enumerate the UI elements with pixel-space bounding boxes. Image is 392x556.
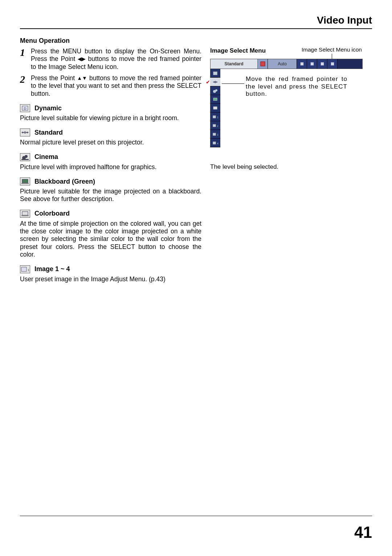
mode-title: Colorboard bbox=[34, 210, 70, 217]
left-right-arrows-icon: ◀▶ bbox=[78, 56, 86, 62]
step-1: 1 Press the MENU button to display the O… bbox=[20, 48, 201, 71]
mode-desc: Picture level suitable for viewing pictu… bbox=[20, 114, 201, 122]
svg-rect-16 bbox=[213, 71, 217, 75]
step-2-text-a: Press the Point bbox=[31, 74, 77, 82]
palette-image3: 3 bbox=[210, 130, 220, 139]
palette-colorboard bbox=[210, 104, 220, 113]
image-preset-icon: 1 bbox=[20, 265, 30, 273]
svg-text:1: 1 bbox=[217, 116, 218, 119]
mode-standard: Standard Normal picture level preset on … bbox=[20, 128, 201, 146]
svg-text:1: 1 bbox=[28, 268, 29, 272]
mode-title: Cinema bbox=[34, 153, 58, 161]
svg-rect-22 bbox=[213, 107, 217, 109]
palette-dynamic bbox=[210, 69, 220, 78]
svg-rect-13 bbox=[21, 267, 26, 271]
svg-point-7 bbox=[25, 155, 28, 158]
svg-text:4: 4 bbox=[217, 142, 218, 145]
svg-rect-11 bbox=[22, 212, 28, 215]
svg-point-20 bbox=[215, 89, 217, 91]
palette-cinema bbox=[210, 86, 220, 95]
svg-rect-9 bbox=[22, 179, 28, 183]
check-icon: ✔ bbox=[206, 79, 210, 85]
left-column: Menu Operation 1 Press the MENU button t… bbox=[20, 36, 201, 283]
svg-rect-23 bbox=[213, 115, 216, 118]
dynamic-icon: D bbox=[20, 104, 30, 112]
mode-dynamic: D Dynamic Picture level suitable for vie… bbox=[20, 104, 201, 122]
mode-colorboard: Colorboard At the time of simple project… bbox=[20, 210, 201, 259]
svg-text:D: D bbox=[24, 107, 26, 110]
menu-auto-label: Auto bbox=[268, 59, 297, 69]
svg-text:3: 3 bbox=[217, 134, 218, 136]
mode-title: Blackboard (Green) bbox=[34, 178, 95, 185]
blackboard-icon bbox=[20, 177, 30, 185]
palette-image1: 1 bbox=[210, 113, 220, 121]
menu-operation-heading: Menu Operation bbox=[20, 37, 201, 45]
step-number: 2 bbox=[20, 74, 31, 98]
colorboard-icon bbox=[20, 210, 30, 218]
mode-desc: User preset image in the Image Adjust Me… bbox=[20, 275, 201, 283]
svg-rect-10 bbox=[21, 183, 29, 184]
svg-rect-21 bbox=[213, 98, 217, 101]
palette-standard-selected: ✔ bbox=[210, 78, 220, 86]
up-down-arrows-icon: ▲▼ bbox=[77, 75, 87, 81]
mode-desc: At the time of simple projection on the … bbox=[20, 220, 201, 259]
mode-image14: 1 Image 1 ~ 4 User preset image in the I… bbox=[20, 265, 201, 283]
mode-title: Image 1 ~ 4 bbox=[34, 265, 70, 273]
mode-desc: Picture level with improved halftone for… bbox=[20, 163, 201, 171]
mode-title: Standard bbox=[34, 129, 63, 136]
palette-blackboard bbox=[210, 95, 220, 104]
level-caption: The level being selected. bbox=[210, 163, 370, 171]
step-2: 2 Press the Point ▲▼ buttons to move the… bbox=[20, 74, 201, 98]
icon-callout-label: Image Select Menu icon bbox=[302, 46, 362, 53]
svg-marker-5 bbox=[27, 131, 29, 134]
right-column: Image Select Menu icon Image Select Menu… bbox=[210, 36, 370, 283]
callout-line bbox=[222, 83, 244, 84]
mode-desc: Normal picture level preset on this proj… bbox=[20, 139, 201, 146]
mode-desc: Picture level suitable for the image pro… bbox=[20, 188, 201, 203]
mode-title: Dynamic bbox=[34, 105, 62, 112]
menu-icon bbox=[307, 59, 317, 69]
menu-current-name: Standard bbox=[211, 59, 258, 69]
step-text: Press the MENU button to display the On-… bbox=[31, 48, 201, 71]
step-text: Press the Point ▲▼ buttons to move the r… bbox=[31, 74, 201, 98]
standard-icon bbox=[20, 128, 30, 136]
svg-text:2: 2 bbox=[217, 125, 218, 127]
callout-text: Move the red framed pointer to the level… bbox=[246, 75, 347, 98]
footer-rule bbox=[20, 516, 372, 516]
menu-bar: Standard Auto bbox=[210, 59, 363, 69]
mode-palette: ✔ 1 2 3 4 bbox=[210, 69, 220, 147]
onscreen-menu-diagram: Standard Auto ✔ bbox=[210, 59, 363, 69]
menu-icon bbox=[297, 59, 307, 69]
step-number: 1 bbox=[20, 48, 31, 71]
section-title: Video Input bbox=[20, 15, 372, 29]
menu-icon bbox=[317, 59, 327, 69]
menu-image-select-icon bbox=[258, 59, 268, 69]
svg-marker-4 bbox=[21, 131, 23, 134]
palette-image4: 4 bbox=[210, 139, 220, 147]
svg-rect-27 bbox=[213, 133, 216, 136]
mode-blackboard: Blackboard (Green) Picture level suitabl… bbox=[20, 177, 201, 203]
palette-image2: 2 bbox=[210, 121, 220, 130]
svg-rect-29 bbox=[213, 142, 216, 144]
svg-rect-15 bbox=[261, 62, 265, 66]
svg-rect-25 bbox=[213, 124, 216, 127]
svg-rect-12 bbox=[21, 215, 29, 216]
page-number: 41 bbox=[354, 523, 372, 541]
svg-rect-8 bbox=[21, 159, 29, 160]
mode-cinema: Cinema Picture level with improved halft… bbox=[20, 153, 201, 171]
cinema-icon bbox=[20, 153, 30, 161]
menu-icon bbox=[327, 59, 338, 69]
